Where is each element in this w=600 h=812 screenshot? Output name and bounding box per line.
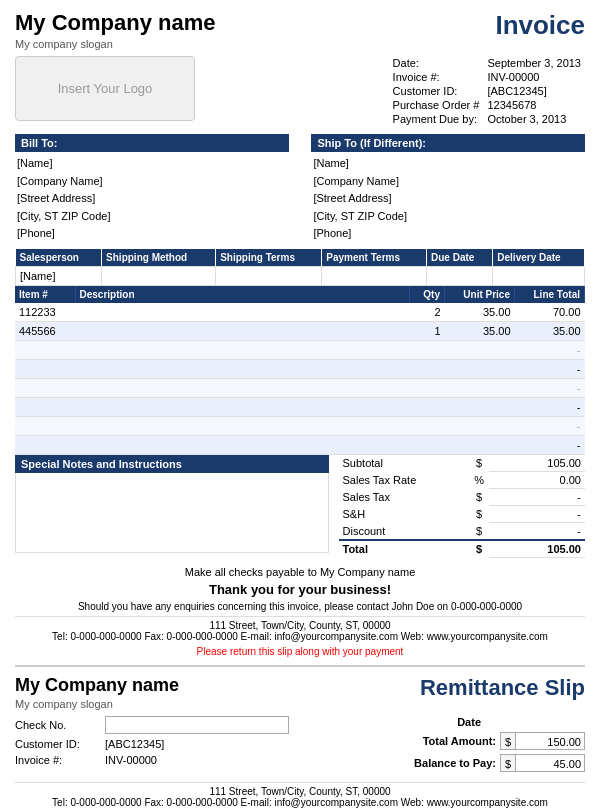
remit-company-name: My Company name [15,675,179,696]
remit-total-amount-row: Total Amount: $ 150.00 [311,732,585,750]
item-desc [75,435,410,454]
ship-to-header: Ship To (If Different): [311,134,585,152]
ship-to-box: Ship To (If Different): [Name] [Company … [311,134,585,243]
item-qty [410,340,445,359]
item-qty: 2 [410,303,445,322]
item-unit [445,340,515,359]
footer-address: 111 Street, Town/City, County, ST, 00000… [15,616,585,642]
item-row: - [15,340,585,359]
item-total: - [515,397,585,416]
totals-table: Subtotal $ 105.00 Sales Tax Rate % 0.00 … [339,455,586,558]
col-shipping-method: Shipping Method [102,249,216,267]
address-section: Bill To: [Name] [Company Name] [Street A… [15,134,585,243]
item-row: - [15,378,585,397]
remit-right: Date Total Amount: $ 150.00 Balance to P… [311,716,585,776]
item-qty [410,435,445,454]
invoice-number-value: INV-00000 [483,70,585,84]
footer-contact-line: Tel: 0-000-000-0000 Fax: 0-000-000-0000 … [15,631,585,642]
remit-invoice-field: Invoice #: INV-00000 [15,754,289,766]
discount-row: Discount $ - [339,522,586,540]
item-num [15,378,75,397]
col-line-total: Line Total [515,286,585,303]
total-sym: $ [469,540,489,558]
due-date-value [427,266,493,285]
payment-terms-value [322,266,427,285]
item-total: 35.00 [515,321,585,340]
payment-due-value: October 3, 2013 [483,112,585,126]
sh-row: S&H $ - [339,505,586,522]
tax-val: - [489,488,585,505]
item-num [15,416,75,435]
footer-section: Make all checks payable to My Company na… [15,566,585,657]
item-desc [75,416,410,435]
subtotal-sym: $ [469,455,489,472]
footer-street: 111 Street, Town/City, County, ST, 00000 [15,620,585,631]
item-desc [75,303,410,322]
bill-to-phone: [Phone] [17,225,289,243]
item-num [15,435,75,454]
checks-payable: Make all checks payable to My Company na… [15,566,585,578]
check-no-input[interactable] [105,716,289,734]
item-num [15,340,75,359]
notes-header: Special Notes and Instructions [15,455,329,473]
col-payment-terms: Payment Terms [322,249,427,267]
remit-total-sym: $ [500,732,515,750]
item-unit: 35.00 [445,321,515,340]
remit-total-amount-label: Total Amount: [423,735,496,747]
return-slip-notice: Please return this slip along with your … [15,646,585,657]
po-label: Purchase Order # [389,98,484,112]
ship-to-company: [Company Name] [313,173,585,191]
bill-to-city: [City, ST ZIP Code] [17,208,289,226]
remit-invoice-value: INV-00000 [105,754,157,766]
tax-sym: $ [469,488,489,505]
item-desc [75,378,410,397]
remit-date-row: Date [311,716,585,728]
sh-label: S&H [339,505,470,522]
bill-to-content: [Name] [Company Name] [Street Address] [… [15,155,289,243]
item-total: - [515,378,585,397]
logo-info-section: Insert Your Logo Date: September 3, 2013… [15,56,585,126]
remit-slip-title: Remittance Slip [420,675,585,701]
total-val: 105.00 [489,540,585,558]
col-unit-price: Unit Price [445,286,515,303]
item-qty [410,416,445,435]
notes-content [15,473,329,553]
remit-footer-address: 111 Street, Town/City, County, ST, 00000 [15,786,585,797]
item-total: - [515,340,585,359]
totals-box: Subtotal $ 105.00 Sales Tax Rate % 0.00 … [329,455,586,558]
item-total: - [515,435,585,454]
item-unit [445,435,515,454]
item-num [15,359,75,378]
item-num: 445566 [15,321,75,340]
discount-sym: $ [469,522,489,540]
check-no-label: Check No. [15,719,105,731]
date-value: September 3, 2013 [483,56,585,70]
sh-val: - [489,505,585,522]
discount-val: - [489,522,585,540]
item-row: - [15,435,585,454]
subtotal-val: 105.00 [489,455,585,472]
logo-placeholder: Insert Your Logo [15,56,195,121]
invoice-number-label: Invoice #: [389,70,484,84]
delivery-date-value [493,266,585,285]
remit-invoice-label: Invoice #: [15,754,105,766]
footer-contact: Should you have any enquiries concerning… [15,601,585,612]
bill-to-header: Bill To: [15,134,289,152]
payment-due-label: Payment Due by: [389,112,484,126]
shipping-terms-value [216,266,322,285]
bill-to-name: [Name] [17,155,289,173]
thank-you: Thank you for your business! [15,582,585,597]
company-slogan: My company slogan [15,38,216,50]
tax-label: Sales Tax [339,488,470,505]
invoice-title: Invoice [495,10,585,41]
tax-rate-sym: % [469,471,489,488]
col-salesperson: Salesperson [16,249,102,267]
sales-table: Salesperson Shipping Method Shipping Ter… [15,249,585,286]
bill-to-company: [Company Name] [17,173,289,191]
item-desc [75,340,410,359]
remit-footer-contact: Tel: 0-000-000-0000 Fax: 0-000-000-0000 … [15,797,585,808]
sales-row: [Name] [16,266,585,285]
date-label: Date: [389,56,484,70]
ship-to-content: [Name] [Company Name] [Street Address] [… [311,155,585,243]
tax-rate-label: Sales Tax Rate [339,471,470,488]
